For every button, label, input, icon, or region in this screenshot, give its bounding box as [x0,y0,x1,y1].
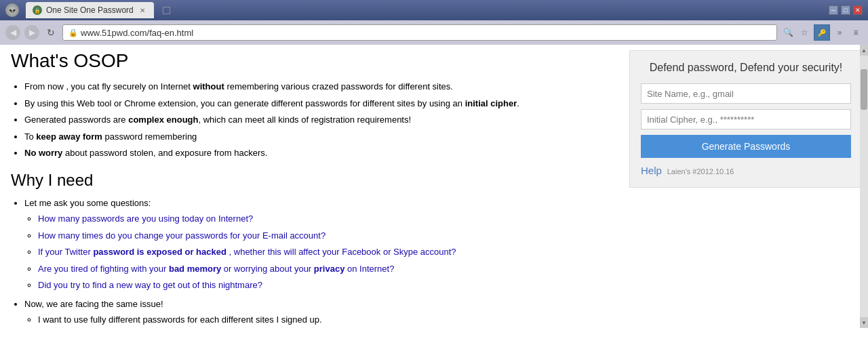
page-content: What's OSOP From now , you cat fly secur… [0,45,868,328]
password-widget: Defend password, Defend your security! G… [629,50,863,188]
list-item: Generated passwords are complex enough, … [24,113,613,127]
url-bar[interactable]: 🔒 www.51pwd.com/faq-en.html [62,24,777,41]
tab-favicon: 🔒 [33,5,42,15]
bold-text: password is exposed or hacked [93,247,226,257]
scroll-down-button[interactable]: ▼ [860,317,868,328]
url-text: www.51pwd.com/faq-en.html [81,28,193,38]
bold-text: bad memory [169,264,221,274]
menu-button[interactable]: ≡ [849,26,863,39]
back-button[interactable]: ◀ [5,25,20,40]
sidebar: Defend password, Defend your security! G… [624,45,868,328]
browser-icon: 👽 [5,3,19,17]
list-item: Did you try to find a new way to get out… [38,279,613,292]
scroll-up-button[interactable]: ▲ [860,45,868,56]
widget-title: Defend password, Defend your security! [641,62,851,74]
cipher-input[interactable] [641,109,851,129]
list-item: No worry about password stolen, and expo… [24,146,613,160]
window-controls: ─ □ ✕ [829,5,863,15]
generate-button[interactable]: Generate Passwords [641,135,851,158]
bold-text: keep away form [36,131,102,142]
list-item: How many times do you change your passwo… [38,229,613,243]
link-text: Are you tired of fighting with your bad … [38,264,394,274]
heading-osop: What's OSOP [11,50,613,72]
close-button[interactable]: ✕ [853,5,863,15]
bold-text: complex enough [128,115,198,125]
new-tab-button[interactable]: □ [157,3,177,18]
link-text: Did you try to find a new way to get out… [38,280,262,290]
overflow-icon[interactable]: » [833,26,846,39]
list-item: I want to use fully different passwords … [38,313,613,327]
link-text: How many times do you change your passwo… [38,230,326,241]
wants-list: I want to use fully different passwords … [24,313,613,328]
help-sub-text: Laien's #2012.10.16 [667,167,734,176]
link-text: If your Twitter password is exposed or h… [38,247,456,257]
list-item: Are you tired of fighting with your bad … [38,262,613,276]
tab-bar: 🔒 One Site One Password ✕ □ [23,0,825,20]
list-item: By using this Web tool or Chrome extensi… [24,97,613,110]
bold-text: No worry [24,148,62,158]
title-bar: 👽 🔒 One Site One Password ✕ □ ─ □ ✕ [0,0,868,20]
active-tab[interactable]: 🔒 One Site One Password ✕ [26,2,154,18]
help-link[interactable]: Help [641,165,662,176]
bookmark-star-icon[interactable]: ☆ [797,26,811,39]
list-item: Let me ask you some questions: How many … [24,197,613,292]
main-content: What's OSOP From now , you cat fly secur… [0,45,624,328]
heading-why: Why I need [11,171,613,190]
site-name-input[interactable] [641,83,851,104]
bold-text: privacy [314,264,345,274]
list-item: To keep away form password remembering [24,130,613,144]
list-item: If your Twitter password is exposed or h… [38,245,613,259]
osop-list: From now , you cat fly securely on Inter… [11,80,613,160]
extension-button[interactable]: 🔑 [814,24,830,41]
address-bar: ◀ ▶ ↻ 🔒 www.51pwd.com/faq-en.html 🔍 ☆ 🔑 … [0,20,868,45]
link-text: How many passwords are you using today o… [38,213,253,224]
tab-close-button[interactable]: ✕ [138,5,147,15]
bold-text: initial cipher [465,98,517,108]
tab-title: One Site One Password [46,5,134,15]
scrollbar[interactable]: ▲ ▼ [860,45,868,328]
bold-text: without [193,81,224,91]
why-list: Let me ask you some questions: How many … [11,197,613,329]
list-item: How many passwords are you using today o… [38,212,613,226]
forward-button[interactable]: ▶ [24,25,39,40]
maximize-button[interactable]: □ [841,5,850,15]
list-item: From now , you cat fly securely on Inter… [24,80,613,94]
ssl-lock-icon: 🔒 [68,28,78,37]
questions-list: How many passwords are you using today o… [24,212,613,292]
refresh-button[interactable]: ↻ [43,25,58,40]
list-item: Now, we are facing the same issue! I wan… [24,298,613,329]
search-icon[interactable]: 🔍 [781,26,795,39]
scrollbar-thumb[interactable] [861,69,867,110]
toolbar-right: 🔍 ☆ 🔑 » ≡ [781,24,863,41]
minimize-button[interactable]: ─ [829,5,838,15]
help-section: Help Laien's #2012.10.16 [641,165,851,176]
